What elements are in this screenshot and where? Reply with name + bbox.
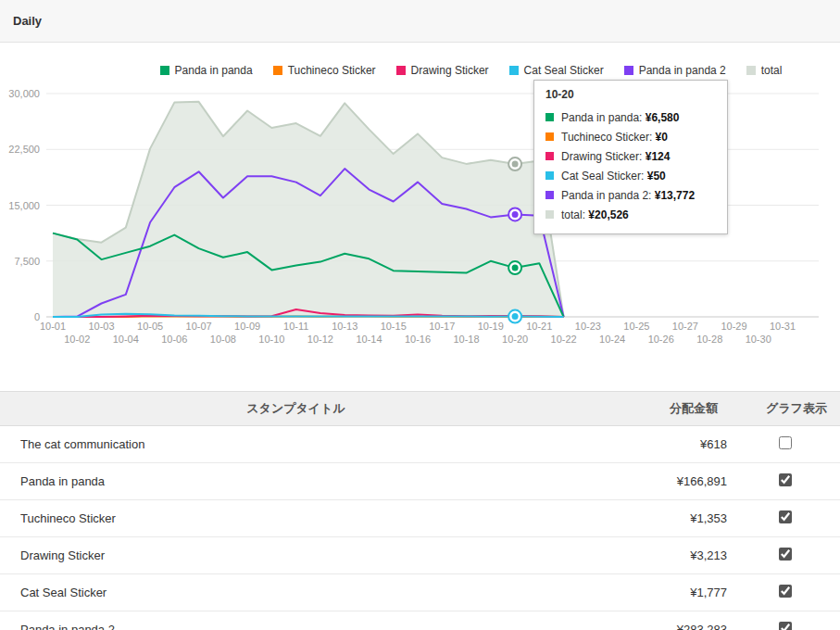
column-header-distribution-amount: 分配金額 bbox=[592, 392, 731, 426]
graph-display-cell bbox=[731, 611, 840, 630]
legend-swatch-icon bbox=[396, 66, 406, 75]
table-header-row: スタンプタイトル 分配金額 グラフ表示 bbox=[0, 392, 840, 426]
tooltip-series-label: total bbox=[561, 208, 583, 221]
y-axis-tick-label: 30,000 bbox=[8, 88, 40, 99]
tooltip-swatch-icon bbox=[545, 171, 554, 180]
tooltip-swatch-icon bbox=[545, 152, 554, 160]
tooltip-series-label: Panda in panda 2 bbox=[561, 189, 648, 202]
x-axis-tick-label: 10-01 bbox=[40, 321, 66, 332]
sticker-table-panel: スタンプタイトル 分配金額 グラフ表示 The cat communicatio… bbox=[0, 391, 840, 630]
x-axis-tick-label: 10-30 bbox=[746, 334, 771, 345]
x-axis-tick-label: 10-23 bbox=[575, 321, 601, 332]
x-axis-tick-label: 10-15 bbox=[381, 321, 407, 332]
table-row: Panda in panda¥166,891 bbox=[0, 463, 840, 500]
x-axis-tick-label: 10-27 bbox=[672, 321, 698, 332]
legend-item-3[interactable]: Cat Seal Sticker bbox=[509, 64, 604, 77]
graph-display-checkbox[interactable] bbox=[779, 585, 792, 598]
legend-swatch-icon bbox=[273, 66, 282, 75]
x-axis-tick-label: 10-29 bbox=[721, 321, 746, 332]
y-axis-tick-label: 7,500 bbox=[14, 256, 40, 267]
column-header-graph-display: グラフ表示 bbox=[731, 392, 840, 426]
tooltip-swatch-icon bbox=[545, 191, 554, 199]
x-axis-tick-label: 10-19 bbox=[478, 321, 504, 332]
legend-swatch-icon bbox=[746, 66, 756, 75]
highlight-marker-dot bbox=[512, 313, 519, 320]
x-axis-tick-label: 10-04 bbox=[113, 334, 139, 345]
legend-label: Cat Seal Sticker bbox=[524, 64, 604, 77]
x-axis-tick-label: 10-02 bbox=[64, 334, 90, 345]
legend-label: total bbox=[761, 64, 783, 77]
x-axis-tick-label: 10-12 bbox=[307, 334, 333, 345]
x-axis-tick-label: 10-21 bbox=[526, 321, 552, 332]
tooltip-row: Cat Seal Sticker: ¥50 bbox=[545, 166, 716, 185]
graph-display-cell bbox=[731, 537, 840, 574]
graph-display-cell bbox=[731, 500, 840, 537]
x-axis-tick-label: 10-25 bbox=[623, 321, 649, 332]
legend-item-0[interactable]: Panda in panda bbox=[160, 64, 253, 77]
legend-item-4[interactable]: Panda in panda 2 bbox=[624, 64, 726, 77]
graph-display-checkbox[interactable] bbox=[779, 436, 792, 449]
tooltip-series-value: ¥20,526 bbox=[588, 208, 628, 221]
x-axis-tick-label: 10-26 bbox=[648, 334, 674, 345]
graph-display-checkbox[interactable] bbox=[779, 473, 792, 486]
x-axis-tick-label: 10-09 bbox=[234, 321, 260, 332]
daily-header-bar: Daily bbox=[0, 0, 840, 43]
highlight-marker-dot bbox=[512, 161, 519, 168]
legend-swatch-icon bbox=[160, 66, 169, 75]
tooltip-items: Panda in panda: ¥6,580Tuchineco Sticker:… bbox=[545, 107, 716, 224]
y-axis-tick-label: 22,500 bbox=[8, 144, 40, 155]
distribution-amount: ¥3,213 bbox=[592, 537, 731, 574]
x-axis-tick-label: 10-13 bbox=[332, 321, 357, 332]
tooltip-series-label: Panda in panda bbox=[561, 111, 639, 124]
x-axis-tick-label: 10-08 bbox=[210, 334, 236, 345]
graph-display-checkbox[interactable] bbox=[779, 548, 792, 561]
distribution-amount: ¥283,283 bbox=[592, 611, 731, 630]
x-axis-tick-label: 10-10 bbox=[258, 334, 284, 345]
legend-item-1[interactable]: Tuchineco Sticker bbox=[273, 64, 376, 77]
graph-display-cell bbox=[731, 426, 840, 463]
highlight-marker-dot bbox=[512, 265, 519, 271]
graph-display-cell bbox=[731, 463, 840, 500]
tooltip-swatch-icon bbox=[545, 210, 554, 219]
graph-display-checkbox[interactable] bbox=[779, 510, 792, 523]
legend-swatch-icon bbox=[624, 66, 633, 75]
tooltip-row: total: ¥20,526 bbox=[545, 205, 716, 224]
tooltip-series-value: ¥13,772 bbox=[655, 189, 695, 202]
sticker-table: スタンプタイトル 分配金額 グラフ表示 The cat communicatio… bbox=[0, 391, 840, 630]
x-axis-tick-label: 10-07 bbox=[186, 321, 212, 332]
distribution-amount: ¥1,777 bbox=[592, 574, 731, 611]
legend-label: Tuchineco Sticker bbox=[288, 64, 376, 77]
tooltip-date: 10-20 bbox=[545, 88, 716, 101]
column-header-sticker-title: スタンプタイトル bbox=[0, 392, 592, 426]
table-row: Cat Seal Sticker¥1,777 bbox=[0, 574, 840, 611]
tooltip-series-label: Tuchineco Sticker bbox=[561, 131, 649, 144]
y-axis-tick-label: 15,000 bbox=[8, 200, 40, 211]
table-row: The cat communication¥618 bbox=[0, 426, 840, 463]
table-row: Panda in panda 2¥283,283 bbox=[0, 611, 840, 630]
table-row: Drawing Sticker¥3,213 bbox=[0, 537, 840, 574]
tooltip-swatch-icon bbox=[545, 132, 554, 141]
tooltip-swatch-icon bbox=[545, 113, 554, 121]
distribution-amount: ¥1,353 bbox=[592, 500, 731, 537]
table-row: Tuchineco Sticker¥1,353 bbox=[0, 500, 840, 537]
sticker-title: Cat Seal Sticker bbox=[0, 574, 592, 611]
tooltip-series-label: Cat Seal Sticker bbox=[561, 170, 641, 183]
graph-display-checkbox[interactable] bbox=[779, 622, 792, 630]
tooltip-row: Drawing Sticker: ¥124 bbox=[545, 146, 716, 166]
legend-label: Drawing Sticker bbox=[411, 64, 489, 77]
legend-swatch-icon bbox=[509, 66, 519, 75]
x-axis-tick-label: 10-20 bbox=[502, 334, 528, 345]
x-axis-tick-label: 10-17 bbox=[429, 321, 455, 332]
x-axis-tick-label: 10-31 bbox=[770, 321, 796, 332]
x-axis-tick-label: 10-11 bbox=[283, 321, 308, 332]
tooltip-series-value: ¥0 bbox=[656, 131, 668, 144]
x-axis-tick-label: 10-14 bbox=[356, 334, 382, 345]
x-axis-tick-label: 10-18 bbox=[453, 334, 479, 345]
table-body: The cat communication¥618Panda in panda¥… bbox=[0, 426, 840, 630]
legend-item-2[interactable]: Drawing Sticker bbox=[396, 64, 489, 77]
x-axis-tick-label: 10-24 bbox=[599, 334, 625, 345]
x-axis-tick-label: 10-22 bbox=[551, 334, 577, 345]
legend-item-5[interactable]: total bbox=[746, 64, 783, 77]
x-axis-tick-label: 10-16 bbox=[405, 334, 431, 345]
sales-chart-panel: Panda in pandaTuchineco StickerDrawing S… bbox=[0, 43, 840, 391]
